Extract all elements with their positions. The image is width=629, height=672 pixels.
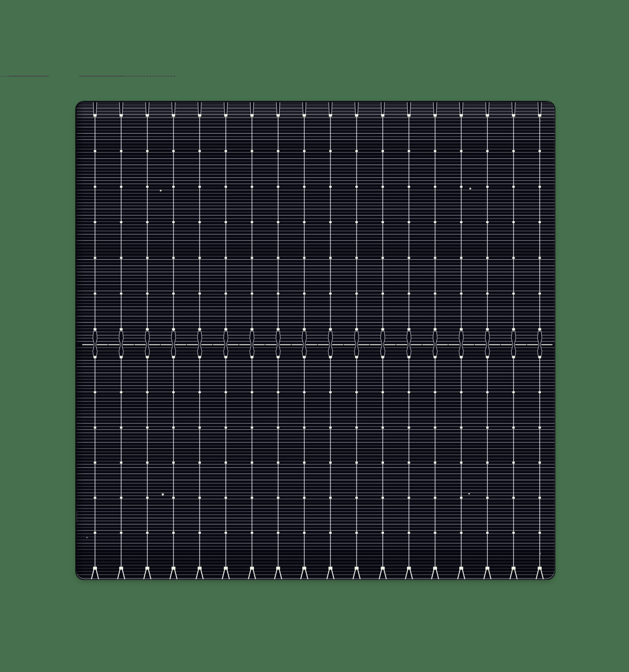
scratch-line-segment — [8, 76, 49, 77]
scratch-line-segment — [125, 76, 175, 77]
cell-edge-highlight — [76, 101, 555, 579]
scratch-line-segment — [0, 76, 7, 77]
scratch-line-segment — [79, 76, 125, 77]
photo-background — [0, 0, 629, 672]
solar-cell — [75, 101, 555, 580]
